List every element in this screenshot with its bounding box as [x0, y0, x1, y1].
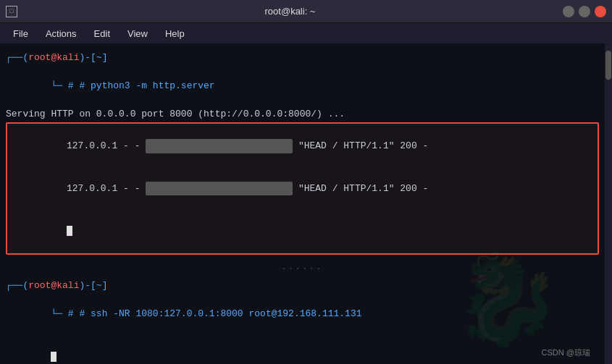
bracket-2c: ]	[102, 279, 108, 293]
highlight-box: 127.0.0.1 - - "HEAD / HTTP/1.1" 200 - 12…	[6, 122, 599, 255]
scrollbar-thumb[interactable]	[605, 51, 611, 80]
hash-2: └─	[51, 308, 62, 319]
bottom-cursor-line	[6, 335, 599, 364]
scrollbar[interactable]	[605, 43, 612, 364]
menu-help[interactable]: Help	[158, 27, 192, 41]
log-line-3: 127.0.0.1 - - "HEAD / HTTP/1.1" 200 -	[10, 167, 595, 210]
hash-symbol-2: #	[62, 308, 79, 319]
menubar: File Actions Edit View Help	[0, 23, 612, 43]
cmd-line-2: └─ # # ssh -NR 1080:127.0.0.1:8000 root@…	[6, 293, 599, 336]
log-suffix-3: "HEAD / HTTP/1.1" 200 -	[293, 183, 428, 194]
menu-view[interactable]: View	[120, 27, 155, 41]
pane-bottom: ┌──(root@kali)-[~] └─ # # ssh -NR 1080:1…	[6, 276, 599, 364]
bracket-1b: )-[	[79, 51, 96, 65]
titlebar-title: root@kali: ~	[265, 6, 316, 17]
hash-1: └─	[51, 80, 62, 91]
prompt-line-2: ┌──(root@kali)-[~]	[6, 279, 599, 293]
dir-1: ~	[96, 51, 102, 65]
pane-top: ┌──(root@kali)-[~] └─ # # python3 -m htt…	[6, 48, 599, 258]
window-icon: □	[6, 6, 17, 17]
prompt-line-1: ┌──(root@kali)-[~]	[6, 51, 599, 65]
terminal-area[interactable]: ┌──(root@kali)-[~] └─ # # python3 -m htt…	[0, 43, 612, 364]
bracket-1c: ]	[102, 51, 108, 65]
maximize-button[interactable]	[579, 6, 590, 17]
pane-divider: ......	[6, 258, 599, 276]
blurred-timestamp-2	[146, 139, 293, 153]
cmd-text-2: # ssh -NR 1080:127.0.0.1:8000 root@192.1…	[79, 308, 361, 319]
titlebar-controls	[563, 6, 606, 17]
menu-edit[interactable]: Edit	[87, 27, 117, 41]
menu-file[interactable]: File	[6, 27, 35, 41]
bracket-2b: )-[	[79, 279, 96, 293]
blurred-timestamp-3	[146, 182, 293, 196]
cmd-line-1: └─ # # python3 -m http.server	[6, 65, 599, 108]
cursor-line	[10, 210, 595, 253]
csdn-watermark: CSDN @琼瑞	[542, 347, 590, 358]
log-suffix-2: "HEAD / HTTP/1.1" 200 -	[293, 140, 428, 151]
cursor-2	[51, 352, 56, 362]
user-1: root@kali	[28, 51, 79, 65]
bracket-1: ┌──(	[6, 51, 28, 65]
minimize-button[interactable]	[563, 6, 574, 17]
cursor-1	[67, 226, 72, 236]
hash-symbol-1: #	[62, 80, 79, 91]
log-line-2: 127.0.0.1 - - "HEAD / HTTP/1.1" 200 -	[10, 125, 595, 168]
close-button[interactable]	[595, 6, 606, 17]
menu-actions[interactable]: Actions	[38, 27, 84, 41]
log-prefix-3: 127.0.0.1 - -	[67, 183, 146, 194]
dir-2: ~	[96, 279, 102, 293]
serving-line: Serving HTTP on 0.0.0.0 port 8000 (http:…	[6, 107, 599, 122]
cmd-text-1: # python3 -m http.server	[79, 80, 214, 91]
log-prefix-2: 127.0.0.1 - -	[67, 140, 146, 151]
titlebar-left: □	[6, 6, 17, 17]
user-2: root@kali	[28, 279, 79, 293]
terminal-content: ┌──(root@kali)-[~] └─ # # python3 -m htt…	[0, 43, 605, 364]
titlebar: □ root@kali: ~	[0, 0, 612, 23]
bracket-2: ┌──(	[6, 279, 28, 293]
